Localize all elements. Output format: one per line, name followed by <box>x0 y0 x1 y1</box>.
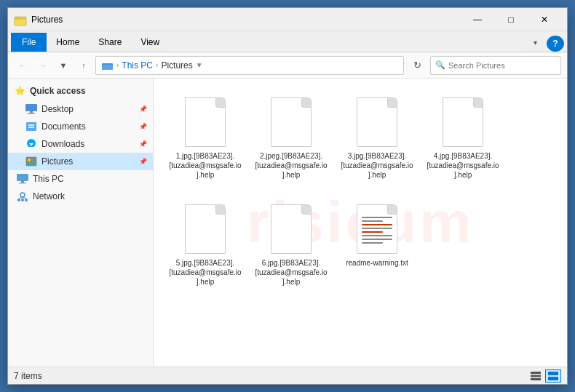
sidebar-label-desktop: Desktop <box>41 104 74 114</box>
pin-icon-pictures: 📌 <box>139 158 147 165</box>
quick-access-icon: ⭐ <box>14 85 25 97</box>
svg-point-23 <box>25 199 28 201</box>
pictures-icon <box>25 156 37 167</box>
file-name-5: 5.jpg.[9B83AE23].[tuzadiea@msgsafe.io].h… <box>169 258 242 287</box>
svg-line-26 <box>23 197 26 199</box>
svg-line-24 <box>19 197 23 199</box>
svg-rect-1 <box>15 19 26 25</box>
svg-rect-12 <box>29 147 33 148</box>
status-bar: 7 items <box>8 367 567 384</box>
view-toggle <box>528 369 561 383</box>
details-view-button[interactable] <box>545 369 561 383</box>
sidebar-item-network[interactable]: Network <box>8 188 153 205</box>
desktop-icon <box>25 103 37 115</box>
path-this-pc[interactable]: This PC <box>122 60 153 71</box>
path-pictures[interactable]: Pictures <box>161 60 192 71</box>
sidebar-item-documents[interactable]: Documents 📌 <box>8 118 153 135</box>
tab-file[interactable]: File <box>11 33 47 52</box>
file-icon-6 <box>269 203 313 255</box>
file-icon-1 <box>183 96 227 148</box>
tab-home[interactable]: Home <box>47 33 89 52</box>
sidebar: ⭐ Quick access Desktop 📌 Documents 📌 <box>8 79 154 367</box>
back-button[interactable]: ← <box>14 57 31 74</box>
refresh-button[interactable]: ↻ <box>407 56 427 75</box>
sidebar-label-pictures: Pictures <box>41 156 73 167</box>
collapse-ribbon-button[interactable]: ▾ <box>524 33 547 52</box>
item-count: 7 items <box>14 371 42 381</box>
sidebar-item-quick-access: ⭐ Quick access <box>8 81 153 100</box>
window-icon <box>14 13 27 26</box>
pin-icon-desktop: 📌 <box>139 105 147 113</box>
maximize-button[interactable]: □ <box>494 8 528 31</box>
path-separator-1: › <box>116 61 119 69</box>
file-item-6[interactable]: 6.jpg.[9B83AE23].[tuzadiea@msgsafe.io].h… <box>251 197 331 292</box>
minimize-button[interactable]: — <box>461 8 494 31</box>
svg-rect-5 <box>30 111 33 113</box>
list-view-button[interactable] <box>528 369 544 383</box>
sidebar-label-this-pc: This PC <box>33 174 64 184</box>
file-item-4[interactable]: 4.jpg.[9B83AE23].[tuzadiea@msgsafe.io].h… <box>423 90 503 185</box>
file-icon-4 <box>441 96 485 148</box>
window-title: Pictures <box>31 15 461 25</box>
svg-rect-27 <box>531 372 541 374</box>
svg-rect-4 <box>25 104 37 111</box>
address-bar: ← → ▼ ↑ › This PC › Pictures ▼ ↻ 🔍 <box>8 52 567 79</box>
file-item-7[interactable]: readme-warning.txt <box>337 197 417 292</box>
pin-icon-documents: 📌 <box>139 123 147 130</box>
file-name-6: 6.jpg.[9B83AE23].[tuzadiea@msgsafe.io].h… <box>255 258 328 287</box>
svg-rect-31 <box>548 377 558 380</box>
file-name-2: 2.jpeg.[9B83AE23].[tuzadiea@msgsafe.io].… <box>255 151 328 180</box>
sidebar-item-downloads[interactable]: Downloads 📌 <box>8 135 153 153</box>
file-name-1: 1.jpg.[9B83AE23].[tuzadiea@msgsafe.io].h… <box>169 151 242 180</box>
close-button[interactable]: ✕ <box>528 8 561 31</box>
svg-rect-6 <box>28 113 35 114</box>
file-item-2[interactable]: 2.jpeg.[9B83AE23].[tuzadiea@msgsafe.io].… <box>251 90 331 185</box>
sidebar-item-pictures[interactable]: Pictures 📌 <box>8 153 153 170</box>
pin-icon-downloads: 📌 <box>139 140 147 148</box>
svg-rect-29 <box>531 378 541 380</box>
file-icon-2 <box>269 96 313 148</box>
file-item-5[interactable]: 5.jpg.[9B83AE23].[tuzadiea@msgsafe.io].h… <box>165 197 245 292</box>
main-area: ⭐ Quick access Desktop 📌 Documents 📌 <box>8 79 567 367</box>
sidebar-item-this-pc[interactable]: This PC <box>8 170 153 188</box>
svg-rect-30 <box>548 372 558 375</box>
up-button[interactable]: ↑ <box>75 57 92 74</box>
downloads-icon <box>25 138 37 150</box>
title-bar: Pictures — □ ✕ <box>8 8 567 31</box>
address-path[interactable]: › This PC › Pictures ▼ <box>95 56 404 75</box>
sidebar-label-quick-access: Quick access <box>30 86 86 96</box>
svg-point-22 <box>21 199 24 201</box>
this-pc-icon <box>17 173 28 185</box>
sidebar-label-downloads: Downloads <box>41 139 84 149</box>
tab-view[interactable]: View <box>131 33 169 52</box>
search-box[interactable]: 🔍 <box>430 56 561 75</box>
network-icon <box>17 191 28 202</box>
sidebar-item-desktop[interactable]: Desktop 📌 <box>8 100 153 118</box>
file-icon-5 <box>183 203 227 255</box>
path-dropdown: ▼ <box>196 61 203 69</box>
file-name-4: 4.jpg.[9B83AE23].[tuzadiea@msgsafe.io].h… <box>427 151 499 180</box>
sidebar-label-documents: Documents <box>41 121 86 132</box>
file-item-3[interactable]: 3.jpg.[9B83AE23].[tuzadiea@msgsafe.io].h… <box>337 90 417 185</box>
tab-share[interactable]: Share <box>89 33 131 52</box>
file-name-3: 3.jpg.[9B83AE23].[tuzadiea@msgsafe.io].h… <box>341 151 413 180</box>
window-controls: — □ ✕ <box>461 8 561 31</box>
file-name-7: readme-warning.txt <box>346 258 408 268</box>
forward-button[interactable]: → <box>34 57 52 74</box>
ribbon: File Home Share View ▾ ? <box>8 31 567 52</box>
svg-point-15 <box>28 159 31 161</box>
file-item-1[interactable]: 1.jpg.[9B83AE23].[tuzadiea@msgsafe.io].h… <box>165 90 245 185</box>
ribbon-tabs: File Home Share View ▾ ? <box>8 31 567 52</box>
svg-rect-3 <box>102 65 113 70</box>
documents-icon <box>25 121 37 132</box>
recent-locations-button[interactable]: ▼ <box>55 57 72 74</box>
help-button[interactable]: ? <box>547 36 564 52</box>
file-icon-7 <box>355 203 399 255</box>
search-input[interactable] <box>448 61 556 70</box>
svg-rect-17 <box>17 174 28 181</box>
svg-rect-28 <box>531 375 541 377</box>
path-separator-2: › <box>156 61 158 69</box>
file-icon-3 <box>355 96 399 148</box>
file-area: risicum 1.jpg.[9B83AE23].[tuzadiea@msgsa… <box>154 79 567 367</box>
svg-rect-18 <box>21 181 24 183</box>
